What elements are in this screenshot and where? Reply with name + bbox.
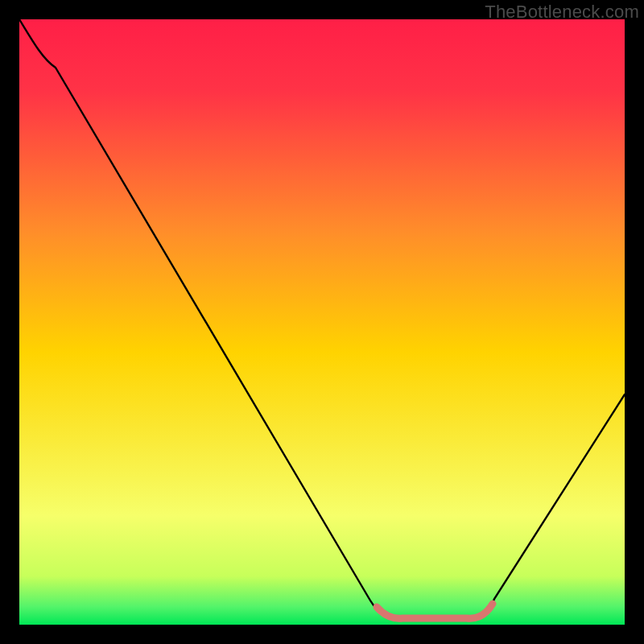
watermark-text: TheBottleneck.com [485,2,639,23]
chart-frame [19,19,625,625]
bottleneck-plot [19,19,625,625]
gradient-background [19,19,625,625]
